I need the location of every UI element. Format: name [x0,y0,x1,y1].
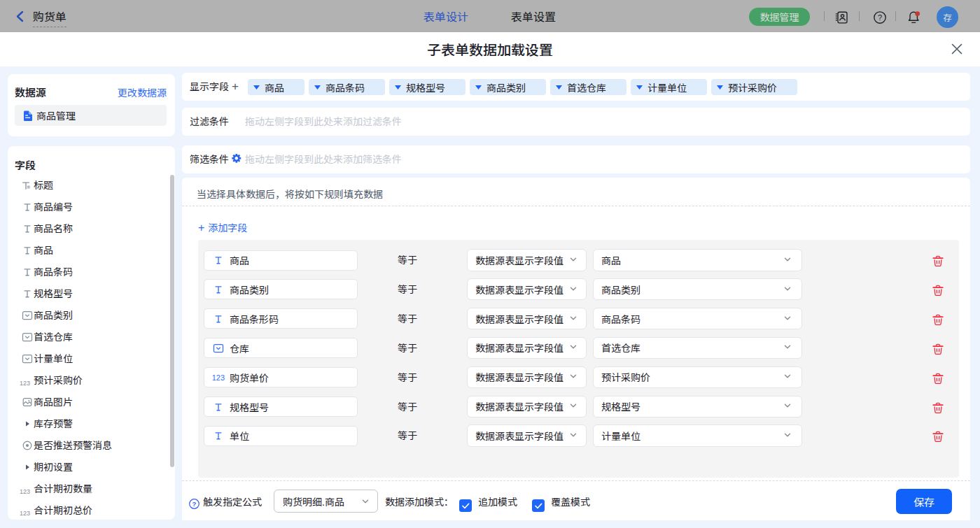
svg-text:?: ? [192,500,197,508]
svg-text:?: ? [877,13,881,22]
